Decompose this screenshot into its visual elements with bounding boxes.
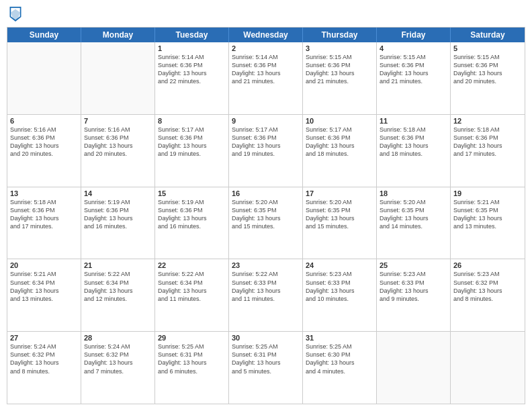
cell-info: Sunrise: 5:17 AMSunset: 6:36 PMDaylight:…	[306, 126, 373, 158]
day-number: 4	[380, 44, 447, 52]
cell-info: Sunrise: 5:15 AMSunset: 6:36 PMDaylight:…	[306, 53, 373, 86]
calendar-cell-11: 11Sunrise: 5:18 AMSunset: 6:36 PMDayligh…	[377, 115, 451, 187]
calendar-cell-1: 1Sunrise: 5:14 AMSunset: 6:36 PMDaylight…	[155, 42, 229, 114]
calendar-cell-8: 8Sunrise: 5:17 AMSunset: 6:36 PMDaylight…	[155, 115, 229, 187]
calendar-cell-9: 9Sunrise: 5:17 AMSunset: 6:36 PMDaylight…	[229, 115, 303, 187]
calendar-cell-12: 12Sunrise: 5:18 AMSunset: 6:36 PMDayligh…	[451, 115, 525, 187]
day-number: 24	[306, 261, 373, 269]
calendar-cell-20: 20Sunrise: 5:21 AMSunset: 6:34 PMDayligh…	[7, 259, 81, 331]
calendar-row-1: 6Sunrise: 5:16 AMSunset: 6:36 PMDaylight…	[7, 114, 525, 187]
calendar-cell-14: 14Sunrise: 5:19 AMSunset: 6:36 PMDayligh…	[81, 187, 155, 259]
calendar-cell-3: 3Sunrise: 5:15 AMSunset: 6:36 PMDaylight…	[303, 42, 377, 114]
cell-info: Sunrise: 5:14 AMSunset: 6:36 PMDaylight:…	[158, 53, 226, 86]
cell-info: Sunrise: 5:17 AMSunset: 6:36 PMDaylight:…	[232, 126, 300, 158]
cell-info: Sunrise: 5:24 AMSunset: 6:32 PMDaylight:…	[10, 342, 78, 375]
cell-info: Sunrise: 5:15 AMSunset: 6:36 PMDaylight:…	[453, 53, 522, 86]
calendar-cell-2: 2Sunrise: 5:14 AMSunset: 6:36 PMDaylight…	[229, 42, 303, 114]
calendar-body: 1Sunrise: 5:14 AMSunset: 6:36 PMDaylight…	[7, 42, 525, 404]
weekday-header-saturday: Saturday	[451, 28, 525, 42]
weekday-header-friday: Friday	[377, 28, 451, 42]
calendar-cell-17: 17Sunrise: 5:20 AMSunset: 6:35 PMDayligh…	[303, 187, 377, 259]
cell-info: Sunrise: 5:20 AMSunset: 6:35 PMDaylight:…	[232, 198, 300, 231]
day-number: 17	[306, 189, 373, 197]
day-number: 14	[84, 189, 152, 197]
calendar-cell-empty-0-0	[7, 42, 81, 114]
day-number: 18	[380, 189, 447, 197]
page: SundayMondayTuesdayWednesdayThursdayFrid…	[0, 0, 532, 411]
calendar-cell-29: 29Sunrise: 5:25 AMSunset: 6:31 PMDayligh…	[155, 332, 229, 404]
day-number: 26	[453, 261, 522, 269]
calendar-cell-empty-0-1	[81, 42, 155, 114]
day-number: 30	[232, 334, 300, 342]
day-number: 13	[10, 189, 78, 197]
calendar-cell-4: 4Sunrise: 5:15 AMSunset: 6:36 PMDaylight…	[377, 42, 451, 114]
day-number: 20	[10, 261, 78, 269]
day-number: 2	[232, 44, 300, 52]
cell-info: Sunrise: 5:21 AMSunset: 6:34 PMDaylight:…	[10, 270, 78, 303]
day-number: 6	[10, 117, 78, 125]
calendar-cell-13: 13Sunrise: 5:18 AMSunset: 6:36 PMDayligh…	[7, 187, 81, 259]
calendar-cell-30: 30Sunrise: 5:25 AMSunset: 6:31 PMDayligh…	[229, 332, 303, 404]
cell-info: Sunrise: 5:24 AMSunset: 6:32 PMDaylight:…	[84, 342, 152, 375]
cell-info: Sunrise: 5:18 AMSunset: 6:36 PMDaylight:…	[453, 126, 522, 158]
calendar-cell-6: 6Sunrise: 5:16 AMSunset: 6:36 PMDaylight…	[7, 115, 81, 187]
day-number: 9	[232, 117, 300, 125]
calendar-header: SundayMondayTuesdayWednesdayThursdayFrid…	[7, 28, 525, 42]
calendar-cell-empty-4-6	[451, 332, 525, 404]
calendar-cell-24: 24Sunrise: 5:23 AMSunset: 6:33 PMDayligh…	[303, 259, 377, 331]
calendar-cell-21: 21Sunrise: 5:22 AMSunset: 6:34 PMDayligh…	[81, 259, 155, 331]
cell-info: Sunrise: 5:22 AMSunset: 6:34 PMDaylight:…	[84, 270, 152, 303]
cell-info: Sunrise: 5:16 AMSunset: 6:36 PMDaylight:…	[10, 126, 78, 158]
cell-info: Sunrise: 5:23 AMSunset: 6:33 PMDaylight:…	[380, 270, 447, 303]
cell-info: Sunrise: 5:18 AMSunset: 6:36 PMDaylight:…	[10, 198, 78, 231]
day-number: 27	[10, 334, 78, 342]
calendar-row-3: 20Sunrise: 5:21 AMSunset: 6:34 PMDayligh…	[7, 259, 525, 331]
weekday-header-monday: Monday	[81, 28, 155, 42]
cell-info: Sunrise: 5:18 AMSunset: 6:36 PMDaylight:…	[380, 126, 447, 158]
day-number: 5	[453, 44, 522, 52]
weekday-header-wednesday: Wednesday	[229, 28, 303, 42]
calendar-row-4: 27Sunrise: 5:24 AMSunset: 6:32 PMDayligh…	[7, 331, 525, 404]
calendar-row-2: 13Sunrise: 5:18 AMSunset: 6:36 PMDayligh…	[7, 187, 525, 259]
day-number: 21	[84, 261, 152, 269]
header	[7, 7, 525, 21]
cell-info: Sunrise: 5:19 AMSunset: 6:36 PMDaylight:…	[84, 198, 152, 231]
day-number: 3	[306, 44, 373, 52]
day-number: 28	[84, 334, 152, 342]
day-number: 8	[158, 117, 226, 125]
day-number: 16	[232, 189, 300, 197]
cell-info: Sunrise: 5:19 AMSunset: 6:36 PMDaylight:…	[158, 198, 226, 231]
calendar-cell-28: 28Sunrise: 5:24 AMSunset: 6:32 PMDayligh…	[81, 332, 155, 404]
cell-info: Sunrise: 5:14 AMSunset: 6:36 PMDaylight:…	[232, 53, 300, 86]
weekday-header-sunday: Sunday	[7, 28, 81, 42]
cell-info: Sunrise: 5:22 AMSunset: 6:34 PMDaylight:…	[158, 270, 226, 303]
calendar-row-0: 1Sunrise: 5:14 AMSunset: 6:36 PMDaylight…	[7, 42, 525, 114]
day-number: 1	[158, 44, 226, 52]
calendar-cell-22: 22Sunrise: 5:22 AMSunset: 6:34 PMDayligh…	[155, 259, 229, 331]
day-number: 10	[306, 117, 373, 125]
cell-info: Sunrise: 5:16 AMSunset: 6:36 PMDaylight:…	[84, 126, 152, 158]
cell-info: Sunrise: 5:22 AMSunset: 6:33 PMDaylight:…	[232, 270, 300, 303]
cell-info: Sunrise: 5:25 AMSunset: 6:31 PMDaylight:…	[158, 342, 226, 375]
cell-info: Sunrise: 5:23 AMSunset: 6:32 PMDaylight:…	[453, 270, 522, 303]
calendar-cell-25: 25Sunrise: 5:23 AMSunset: 6:33 PMDayligh…	[377, 259, 451, 331]
logo	[9, 7, 24, 21]
day-number: 31	[306, 334, 373, 342]
day-number: 15	[158, 189, 226, 197]
calendar-cell-26: 26Sunrise: 5:23 AMSunset: 6:32 PMDayligh…	[451, 259, 525, 331]
calendar-cell-27: 27Sunrise: 5:24 AMSunset: 6:32 PMDayligh…	[7, 332, 81, 404]
weekday-header-thursday: Thursday	[303, 28, 377, 42]
cell-info: Sunrise: 5:15 AMSunset: 6:36 PMDaylight:…	[380, 53, 447, 86]
cell-info: Sunrise: 5:21 AMSunset: 6:35 PMDaylight:…	[453, 198, 522, 231]
calendar-cell-18: 18Sunrise: 5:20 AMSunset: 6:35 PMDayligh…	[377, 187, 451, 259]
logo-icon	[9, 7, 21, 21]
cell-info: Sunrise: 5:20 AMSunset: 6:35 PMDaylight:…	[380, 198, 447, 231]
day-number: 7	[84, 117, 152, 125]
day-number: 25	[380, 261, 447, 269]
calendar-cell-5: 5Sunrise: 5:15 AMSunset: 6:36 PMDaylight…	[451, 42, 525, 114]
calendar-cell-16: 16Sunrise: 5:20 AMSunset: 6:35 PMDayligh…	[229, 187, 303, 259]
calendar-cell-15: 15Sunrise: 5:19 AMSunset: 6:36 PMDayligh…	[155, 187, 229, 259]
calendar: SundayMondayTuesdayWednesdayThursdayFrid…	[7, 27, 525, 404]
calendar-cell-empty-4-5	[377, 332, 451, 404]
calendar-cell-23: 23Sunrise: 5:22 AMSunset: 6:33 PMDayligh…	[229, 259, 303, 331]
